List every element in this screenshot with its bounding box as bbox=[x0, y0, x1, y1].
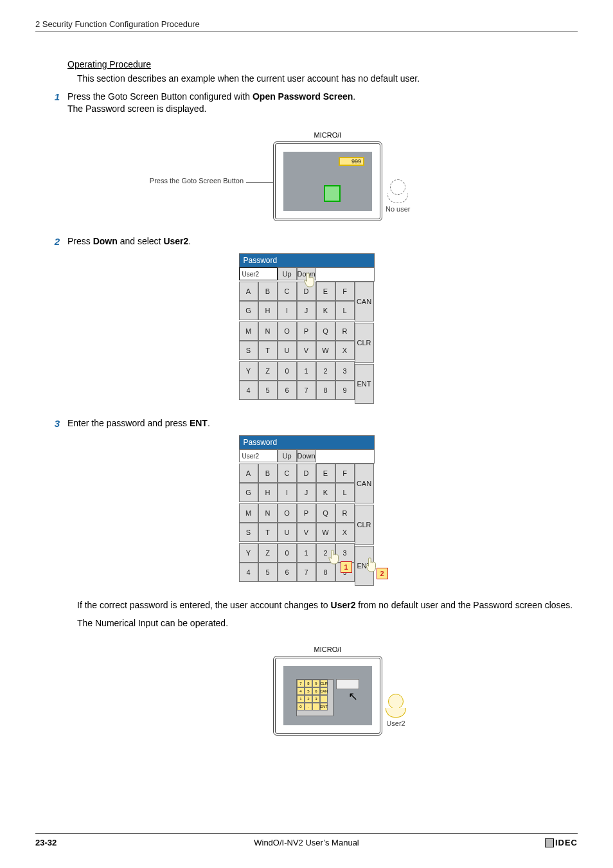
key-Z[interactable]: Z bbox=[258, 543, 278, 563]
key-M[interactable]: M bbox=[239, 503, 258, 523]
key-A[interactable]: A bbox=[239, 464, 258, 483]
mini-key-4[interactable]: 4 bbox=[297, 687, 305, 695]
mini-key-ENT[interactable]: ENT bbox=[320, 703, 328, 710]
key-R[interactable]: R bbox=[335, 321, 355, 341]
mini-key-.[interactable]: . bbox=[305, 703, 312, 710]
key-X[interactable]: X bbox=[335, 523, 355, 542]
key-8[interactable]: 8 bbox=[316, 381, 335, 400]
key-I[interactable]: I bbox=[278, 483, 297, 502]
key-D[interactable]: D bbox=[297, 464, 316, 483]
key-Q[interactable]: Q bbox=[316, 321, 335, 341]
key-P[interactable]: P bbox=[297, 503, 316, 523]
key-3[interactable]: 3 bbox=[335, 361, 355, 381]
key-H[interactable]: H bbox=[258, 301, 278, 320]
key-G[interactable]: G bbox=[239, 301, 258, 320]
key-N[interactable]: N bbox=[258, 321, 278, 341]
key-M[interactable]: M bbox=[239, 321, 258, 341]
mini-key-9[interactable]: 9 bbox=[312, 680, 320, 687]
key-2[interactable]: 2 bbox=[316, 361, 335, 381]
key-5[interactable]: 5 bbox=[258, 563, 278, 582]
key-6[interactable]: 6 bbox=[278, 381, 297, 400]
key-5[interactable]: 5 bbox=[258, 381, 278, 400]
key-Y[interactable]: Y bbox=[239, 361, 258, 381]
key-C[interactable]: C bbox=[278, 282, 297, 301]
key-J[interactable]: J bbox=[297, 483, 316, 502]
can-button[interactable]: CAN bbox=[355, 464, 374, 503]
key-0[interactable]: 0 bbox=[278, 543, 297, 563]
key-Y[interactable]: Y bbox=[239, 543, 258, 563]
key-H[interactable]: H bbox=[258, 483, 278, 502]
key-O[interactable]: O bbox=[278, 321, 297, 341]
mini-key-blank[interactable] bbox=[320, 695, 328, 703]
mini-key-8[interactable]: 8 bbox=[305, 680, 312, 687]
mini-key-0[interactable]: 0 bbox=[297, 703, 305, 710]
key-7[interactable]: 7 bbox=[297, 381, 316, 400]
key-E[interactable]: E bbox=[316, 282, 335, 301]
clr-button[interactable]: CLR bbox=[355, 323, 374, 363]
up-button[interactable]: Up bbox=[278, 449, 297, 462]
mini-key-CLR[interactable]: CLR bbox=[320, 680, 328, 687]
key-J[interactable]: J bbox=[297, 301, 316, 320]
up-button[interactable]: Up bbox=[278, 267, 297, 280]
mini-key-blank[interactable] bbox=[312, 703, 320, 710]
key-6[interactable]: 6 bbox=[278, 563, 297, 582]
key-T[interactable]: T bbox=[258, 523, 278, 542]
key-N[interactable]: N bbox=[258, 503, 278, 523]
key-1[interactable]: 1 bbox=[297, 543, 316, 563]
key-B[interactable]: B bbox=[258, 464, 278, 483]
key-4[interactable]: 4 bbox=[239, 563, 258, 582]
key-W[interactable]: W bbox=[316, 523, 335, 542]
key-U[interactable]: U bbox=[278, 341, 297, 360]
key-W[interactable]: W bbox=[316, 341, 335, 360]
key-8[interactable]: 8 bbox=[316, 563, 335, 582]
key-P[interactable]: P bbox=[297, 321, 316, 341]
key-F[interactable]: F bbox=[335, 464, 355, 483]
mini-key-6[interactable]: 6 bbox=[312, 687, 320, 695]
key-9[interactable]: 9 bbox=[335, 381, 355, 400]
key-2[interactable]: 2 bbox=[316, 543, 335, 563]
key-L[interactable]: L bbox=[335, 301, 355, 320]
key-B[interactable]: B bbox=[258, 282, 278, 301]
key-V[interactable]: V bbox=[297, 341, 316, 360]
key-X[interactable]: X bbox=[335, 341, 355, 360]
key-K[interactable]: K bbox=[316, 483, 335, 502]
key-3[interactable]: 3 bbox=[335, 543, 355, 563]
key-L[interactable]: L bbox=[335, 483, 355, 502]
key-T[interactable]: T bbox=[258, 341, 278, 360]
mini-key-5[interactable]: 5 bbox=[305, 687, 312, 695]
key-0[interactable]: 0 bbox=[278, 361, 297, 381]
can-button[interactable]: CAN bbox=[355, 282, 374, 321]
key-V[interactable]: V bbox=[297, 523, 316, 542]
key-S[interactable]: S bbox=[239, 523, 258, 542]
key-R[interactable]: R bbox=[335, 503, 355, 523]
key-F[interactable]: F bbox=[335, 282, 355, 301]
key-7[interactable]: 7 bbox=[297, 563, 316, 582]
key-Z[interactable]: Z bbox=[258, 361, 278, 381]
ent-button[interactable]: ENT bbox=[355, 364, 374, 404]
down-button[interactable]: Down bbox=[297, 267, 316, 280]
down-button[interactable]: Down bbox=[297, 449, 316, 462]
clr-button[interactable]: CLR bbox=[355, 505, 374, 545]
key-A[interactable]: A bbox=[239, 282, 258, 301]
key-K[interactable]: K bbox=[316, 301, 335, 320]
key-Q[interactable]: Q bbox=[316, 503, 335, 523]
key-4[interactable]: 4 bbox=[239, 381, 258, 400]
key-S[interactable]: S bbox=[239, 341, 258, 360]
key-D[interactable]: D bbox=[297, 282, 316, 301]
key-I[interactable]: I bbox=[278, 301, 297, 320]
key-O[interactable]: O bbox=[278, 503, 297, 523]
mini-keypad[interactable]: 789CLR456CAN1230.ENT bbox=[296, 679, 333, 716]
mini-numerical-display[interactable] bbox=[336, 679, 359, 689]
goto-screen-button[interactable] bbox=[324, 185, 341, 202]
mini-key-7[interactable]: 7 bbox=[297, 680, 305, 687]
key-U[interactable]: U bbox=[278, 523, 297, 542]
key-G[interactable]: G bbox=[239, 483, 258, 502]
key-1[interactable]: 1 bbox=[297, 361, 316, 381]
mini-key-3[interactable]: 3 bbox=[312, 695, 320, 703]
key-C[interactable]: C bbox=[278, 464, 297, 483]
mini-key-CAN[interactable]: CAN bbox=[320, 687, 328, 695]
ent-button[interactable]: ENT bbox=[355, 546, 374, 586]
key-E[interactable]: E bbox=[316, 464, 335, 483]
mini-key-2[interactable]: 2 bbox=[305, 695, 312, 703]
mini-key-1[interactable]: 1 bbox=[297, 695, 305, 703]
